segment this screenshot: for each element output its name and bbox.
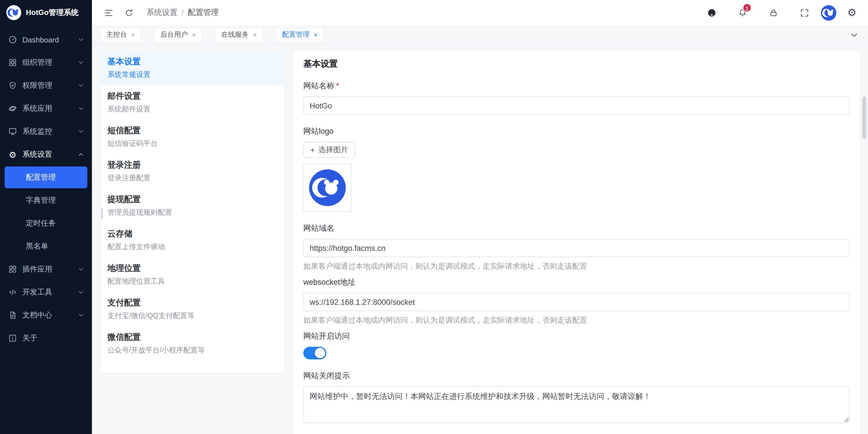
site-logo-group: 网站logo + 选择图片: [303, 126, 849, 212]
page-tabs: 主控台 × 后台用户 × 在线服务 × 配置管理 ×: [92, 25, 868, 45]
tab-close-icon[interactable]: ×: [253, 31, 257, 39]
settings-item-pay[interactable]: 支付配置 支付宝/微信/QQ支付配置等: [100, 292, 284, 327]
collapse-sidebar-icon[interactable]: [103, 7, 114, 18]
chevron-down-icon: [78, 60, 84, 65]
org-grid-icon: [8, 58, 17, 67]
settings-menu-card: 基本设置 系统常规设置 邮件设置 系统邮件设置 短信配置 短信验证码平台 登录注…: [100, 51, 284, 373]
tab-close-icon[interactable]: ×: [131, 31, 135, 39]
sidebar-item-about[interactable]: 关于: [0, 327, 92, 349]
settings-item-subtitle: 系统邮件设置: [107, 104, 277, 114]
sidebar-menu: Dashboard 组织管理 权限管理: [0, 25, 92, 349]
choose-image-button[interactable]: + 选择图片: [303, 142, 355, 158]
settings-item-withdraw[interactable]: 提现配置 管理员提现规则配置: [100, 189, 284, 223]
site-domain-group: 网站域名 如果客户端通过本地或内网访问，则认为是调试模式，走实际请求地址，否则走…: [303, 223, 849, 271]
chevron-up-icon: [78, 152, 84, 157]
page-scrollbar-thumb[interactable]: [862, 96, 866, 139]
site-logo-label: 网站logo: [303, 126, 849, 137]
notifications-bell-icon[interactable]: 1: [738, 7, 748, 18]
submenu-item-blacklist[interactable]: 黑名单: [0, 235, 92, 258]
app-window: HotGo管理系统 Dashboard 组织管理: [0, 0, 868, 434]
chevron-down-icon: [78, 129, 84, 134]
tab-label: 配置管理: [282, 30, 310, 40]
sidebar-item-settings[interactable]: ⚙ 系统设置: [0, 143, 92, 166]
tab-close-icon[interactable]: ×: [192, 31, 196, 39]
sidebar-item-monitor[interactable]: 系统监控: [0, 120, 92, 143]
submenu-item-config[interactable]: 配置管理: [5, 166, 87, 188]
site-access-label: 网站开启访问: [303, 331, 849, 341]
tab-console[interactable]: 主控台 ×: [100, 28, 141, 42]
tab-config[interactable]: 配置管理 ×: [276, 28, 323, 42]
sidebar-item-label: 权限管理: [22, 80, 78, 91]
websocket-label: websocket地址: [303, 277, 849, 288]
sidebar-item-label: 系统应用: [22, 103, 78, 114]
sidebar-item-label: 开发工具: [22, 287, 78, 297]
sidebar-item-label: 关于: [22, 333, 84, 343]
github-icon[interactable]: [707, 7, 717, 18]
settings-gear-icon[interactable]: ⚙: [847, 7, 857, 18]
sidebar-item-plugins[interactable]: 插件应用: [0, 258, 92, 281]
settings-item-storage[interactable]: 云存储 配置上传文件驱动: [100, 223, 284, 258]
dashboard-icon: [8, 35, 17, 44]
settings-scrollbar-thumb[interactable]: [101, 208, 103, 219]
close-tip-textarea[interactable]: 网站维护中，暂时无法访问！本网站正在进行系统维护和技术升级，网站暂时无法访问，敬…: [303, 386, 849, 423]
websocket-group: websocket地址 如果客户端通过本地或内网访问，则认为是调试模式，走实际请…: [303, 277, 849, 326]
site-domain-input[interactable]: [303, 239, 849, 257]
settings-item-title: 基本设置: [107, 56, 277, 67]
submenu-item-cron[interactable]: 定时任务: [0, 212, 92, 235]
settings-item-subtitle: 配置上传文件驱动: [107, 242, 277, 252]
sidebar-item-devtools[interactable]: 开发工具: [0, 281, 92, 304]
refresh-icon[interactable]: [124, 7, 134, 18]
settings-item-title: 提现配置: [107, 194, 277, 205]
chevron-down-icon: [78, 83, 84, 89]
site-access-toggle[interactable]: [303, 347, 326, 359]
sidebar-item-label: 文档中心: [22, 310, 78, 320]
tab-label: 主控台: [106, 30, 127, 40]
user-avatar[interactable]: [821, 5, 836, 21]
tab-admin-users[interactable]: 后台用户 ×: [155, 28, 202, 42]
close-tip-label: 网站关闭提示: [303, 371, 849, 381]
breadcrumb-separator: /: [182, 8, 184, 17]
settings-item-title: 云存储: [107, 229, 277, 239]
settings-item-login[interactable]: 登录注册 登录注册配置: [100, 155, 284, 189]
code-icon: [8, 288, 17, 297]
tab-label: 后台用户: [160, 30, 188, 40]
chevron-down-icon: [78, 312, 84, 318]
fullscreen-icon[interactable]: [800, 7, 810, 18]
sidebar-item-org[interactable]: 组织管理: [0, 51, 92, 74]
settings-item-geo[interactable]: 地理位置 配置地理位置工具: [100, 258, 284, 292]
info-icon: [8, 334, 17, 343]
websocket-input[interactable]: [303, 293, 849, 311]
settings-item-basic[interactable]: 基本设置 系统常规设置: [100, 51, 284, 86]
app-logo-row[interactable]: HotGo管理系统: [0, 0, 92, 25]
breadcrumb-parent[interactable]: 系统设置: [147, 7, 178, 18]
sidebar-item-sysapp[interactable]: 系统应用: [0, 97, 92, 120]
settings-item-email[interactable]: 邮件设置 系统邮件设置: [100, 86, 284, 120]
breadcrumb-current: 配置管理: [188, 7, 219, 18]
shield-icon: [8, 81, 17, 90]
settings-item-sms[interactable]: 短信配置 短信验证码平台: [100, 120, 284, 155]
submenu-item-label: 配置管理: [26, 172, 56, 182]
chevron-down-icon: [78, 106, 84, 111]
tabs-dropdown-icon[interactable]: [849, 30, 859, 39]
sidebar-item-label: 插件应用: [22, 264, 78, 274]
chevron-down-icon: [78, 266, 84, 272]
settings-item-subtitle: 系统常规设置: [107, 70, 277, 80]
sidebar-item-dashboard[interactable]: Dashboard: [0, 28, 92, 51]
settings-item-subtitle: 短信验证码平台: [107, 139, 277, 149]
settings-item-wechat[interactable]: 微信配置 公众号/开放平台/小程序配置等: [100, 327, 284, 361]
tab-close-icon[interactable]: ×: [314, 31, 318, 39]
sidebar-submenu: 配置管理 字典管理 定时任务 黑名单: [0, 166, 92, 258]
submenu-item-dict[interactable]: 字典管理: [0, 189, 92, 212]
lock-icon[interactable]: [769, 7, 779, 18]
monitor-icon: [8, 127, 17, 136]
sidebar-item-docs[interactable]: 文档中心: [0, 304, 92, 327]
sidebar-item-permission[interactable]: 权限管理: [0, 74, 92, 97]
app-logo-icon: [6, 5, 21, 20]
site-logo-preview[interactable]: [303, 164, 351, 212]
settings-item-title: 微信配置: [107, 332, 277, 343]
tab-online-service[interactable]: 在线服务 ×: [215, 28, 262, 42]
settings-item-title: 短信配置: [107, 125, 277, 136]
planet-icon: [8, 104, 17, 113]
site-name-input[interactable]: [303, 96, 849, 115]
sidebar-item-label: Dashboard: [22, 35, 78, 44]
